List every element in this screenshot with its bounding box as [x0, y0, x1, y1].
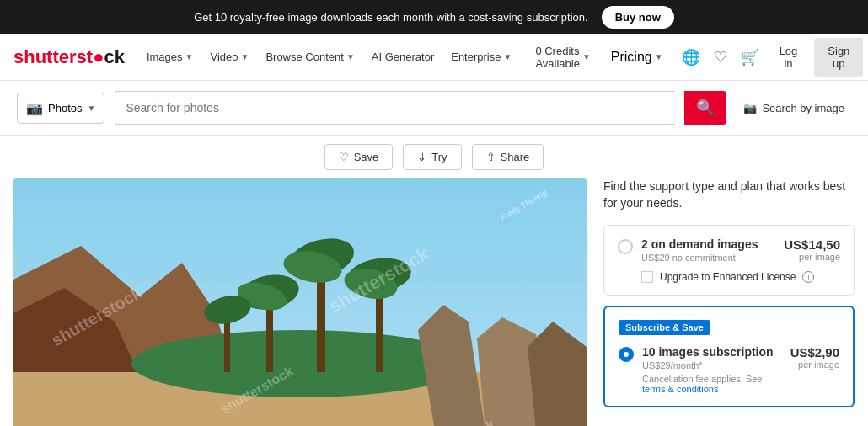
share-button[interactable]: ⇧ Share [472, 144, 544, 170]
on-demand-price-main: US$14,50 [784, 237, 840, 252]
nav-enterprise[interactable]: Enterprise ▼ [442, 34, 520, 81]
subscription-plan-subtext: US$29/month* [642, 360, 782, 370]
logo-circle: ● [93, 46, 104, 67]
signup-button[interactable]: Sign up [814, 38, 863, 77]
nav-video[interactable]: Video ▼ [201, 34, 257, 81]
credits-button[interactable]: 0 Credits Available ▼ [530, 45, 595, 70]
chevron-down-icon: ▼ [582, 52, 591, 61]
action-bar: ♡ Save ⇓ Try ⇧ Share [0, 136, 868, 178]
enhanced-license-label: Upgrade to Enhanced License [660, 271, 796, 283]
header-right: 0 Credits Available ▼ Pricing ▼ 🌐 ♡ 🛒 Lo… [530, 34, 863, 81]
enhanced-license-checkbox[interactable] [641, 271, 653, 283]
plan-header: Find the support type and plan that work… [603, 178, 855, 211]
enhanced-license-row: Upgrade to Enhanced License i [641, 271, 840, 283]
logo-black: ck [104, 46, 124, 67]
globe-icon-button[interactable]: 🌐 [678, 45, 704, 70]
search-button[interactable]: 🔍 [684, 91, 726, 125]
favorites-icon-button[interactable]: ♡ [710, 45, 731, 70]
chevron-down-icon: ▼ [87, 104, 95, 113]
share-icon: ⇧ [486, 151, 496, 163]
nav-browse-content[interactable]: Browse Content ▼ [257, 34, 362, 81]
chevron-down-icon: ▼ [503, 52, 512, 61]
subscription-radio[interactable] [619, 347, 634, 362]
heart-icon: ♡ [339, 151, 349, 163]
subscription-plan-info: 10 images subscription US$29/month* Canc… [642, 345, 782, 394]
search-input-wrapper [115, 91, 674, 125]
cart-icon-button[interactable]: 🛒 [737, 45, 763, 70]
info-icon[interactable]: i [802, 271, 814, 283]
chevron-down-icon: ▼ [240, 52, 249, 61]
camera-search-icon: 📷 [743, 102, 757, 114]
on-demand-price-sub: per image [784, 252, 840, 262]
search-type-selector[interactable]: 📷 Photos ▼ [17, 93, 104, 124]
svg-point-4 [131, 330, 469, 397]
chevron-down-icon: ▼ [655, 52, 663, 61]
on-demand-radio[interactable] [618, 239, 633, 254]
try-button[interactable]: ⇓ Try [403, 144, 461, 170]
nav-items: Images ▼ Video ▼ Browse Content ▼ AI Gen… [138, 34, 520, 81]
on-demand-plan-name: 2 on demand images [641, 237, 775, 251]
subscription-plan-option[interactable]: Subscribe & Save 10 images subscription … [603, 306, 855, 407]
cancellation-text: Cancellation fee applies. See terms & co… [642, 374, 782, 394]
on-demand-plan-row: 2 on demand images US$29 no commitment U… [618, 237, 840, 263]
download-icon: ⇓ [417, 151, 426, 163]
right-panel: Find the support type and plan that work… [603, 178, 855, 426]
on-demand-plan-price: US$14,50 per image [784, 237, 840, 262]
subscription-plan-row: 10 images subscription US$29/month* Canc… [619, 345, 839, 394]
save-button[interactable]: ♡ Save [324, 144, 394, 170]
logo-red: shutterst [13, 46, 93, 67]
subscribe-badge: Subscribe & Save [619, 320, 710, 335]
chevron-down-icon: ▼ [185, 52, 194, 61]
landscape-image: shutterstock shutterstock shutterstock s… [13, 178, 587, 426]
terms-link[interactable]: terms & conditions [642, 384, 718, 394]
search-by-image-button[interactable]: 📷 Search by image [737, 102, 851, 114]
on-demand-plan-option[interactable]: 2 on demand images US$29 no commitment U… [603, 225, 855, 296]
buy-now-button[interactable]: Buy now [602, 6, 674, 29]
nav-images[interactable]: Images ▼ [138, 34, 202, 81]
image-container: shutterstock shutterstock shutterstock s… [13, 178, 587, 426]
nav-ai-generator[interactable]: AI Generator [363, 34, 442, 81]
header: shutterst●ck Images ▼ Video ▼ Browse Con… [0, 34, 868, 81]
camera-icon: 📷 [26, 100, 43, 116]
banner-text: Get 10 royalty-free image downloads each… [194, 11, 588, 24]
search-input[interactable] [126, 101, 664, 114]
main-content: shutterstock shutterstock shutterstock s… [0, 178, 868, 426]
logo[interactable]: shutterst●ck [13, 46, 125, 68]
search-bar-container: 📷 Photos ▼ 🔍 📷 Search by image [0, 81, 868, 136]
top-banner: Get 10 royalty-free image downloads each… [0, 0, 868, 34]
subscription-plan-name: 10 images subscription [642, 345, 782, 359]
subscription-plan-price: US$2,90 per image [790, 345, 839, 370]
subscription-price-main: US$2,90 [790, 345, 839, 359]
chevron-down-icon: ▼ [346, 52, 355, 61]
subscription-price-sub: per image [790, 359, 839, 370]
on-demand-plan-info: 2 on demand images US$29 no commitment [641, 237, 775, 263]
on-demand-plan-subtext: US$29 no commitment [641, 253, 775, 263]
nav-pricing[interactable]: Pricing ▼ [603, 34, 672, 81]
login-button[interactable]: Log in [769, 38, 808, 77]
